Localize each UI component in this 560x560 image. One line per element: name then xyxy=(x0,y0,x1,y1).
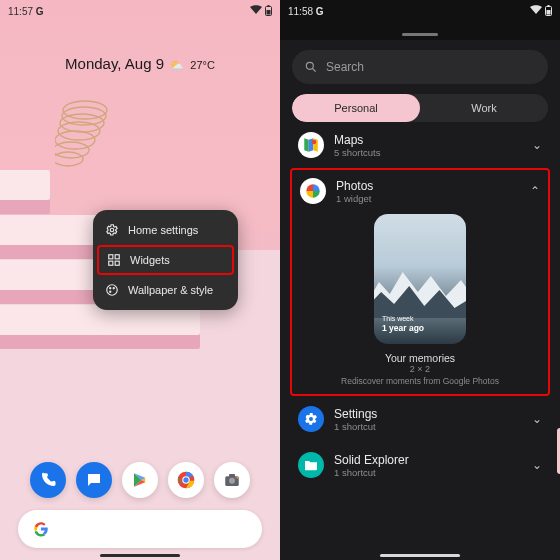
tab-personal[interactable]: Personal xyxy=(292,94,420,122)
svg-point-33 xyxy=(306,62,313,69)
dock-camera[interactable] xyxy=(214,462,250,498)
app-row-solid-explorer[interactable]: Solid Explorer1 shortcut ⌄ xyxy=(292,442,548,488)
gear-icon xyxy=(105,223,119,237)
app-row-maps[interactable]: Maps5 shortcuts ⌄ xyxy=(292,122,548,168)
photos-icon xyxy=(300,178,326,204)
status-bar: 11:57 G xyxy=(0,0,280,22)
status-bar: 11:58 G xyxy=(280,0,560,22)
status-time: 11:57 xyxy=(8,6,33,17)
svg-point-21 xyxy=(183,477,188,482)
battery-icon xyxy=(265,5,272,18)
drag-handle-icon xyxy=(402,33,438,36)
svg-rect-8 xyxy=(268,5,270,7)
widget-description: Rediscover moments from Google Photos xyxy=(298,376,542,386)
wallpaper-slinky xyxy=(55,95,115,175)
menu-wallpaper-style[interactable]: Wallpaper & style xyxy=(93,275,238,305)
chevron-up-icon: ⌃ xyxy=(530,184,540,198)
maps-icon xyxy=(298,132,324,158)
svg-rect-9 xyxy=(267,10,271,15)
at-a-glance-widget[interactable]: Monday, Aug 9 ⛅ 27°C xyxy=(0,55,280,72)
wifi-icon xyxy=(530,5,542,17)
profile-segmented-control: Personal Work xyxy=(292,94,548,122)
chevron-down-icon: ⌄ xyxy=(532,412,542,426)
menu-widgets[interactable]: Widgets xyxy=(97,245,234,275)
gesture-handle[interactable] xyxy=(380,554,460,557)
tab-work[interactable]: Work xyxy=(420,94,548,122)
google-logo-icon xyxy=(32,520,50,538)
svg-rect-31 xyxy=(548,5,550,7)
memories-widget-preview[interactable]: This week1 year ago xyxy=(374,214,466,344)
google-icon: G xyxy=(36,6,44,17)
svg-rect-12 xyxy=(115,255,119,259)
google-search-bar[interactable] xyxy=(18,510,262,548)
status-time: 11:58 xyxy=(288,6,313,17)
svg-rect-24 xyxy=(229,474,235,477)
svg-rect-14 xyxy=(115,261,119,265)
svg-point-29 xyxy=(237,477,239,479)
app-row-photos[interactable]: Photos1 widget ⌃ xyxy=(298,174,542,208)
svg-point-10 xyxy=(110,228,114,232)
chevron-down-icon: ⌄ xyxy=(532,458,542,472)
svg-rect-11 xyxy=(109,255,113,259)
wifi-icon xyxy=(250,5,262,17)
settings-icon xyxy=(298,406,324,432)
solid-explorer-icon xyxy=(298,452,324,478)
dock-chrome[interactable] xyxy=(168,462,204,498)
dock-play-store[interactable] xyxy=(122,462,158,498)
svg-point-28 xyxy=(235,477,237,479)
svg-line-34 xyxy=(313,69,316,72)
home-context-menu: Home settings Widgets Wallpaper & style xyxy=(93,210,238,310)
palette-icon xyxy=(105,283,119,297)
app-row-settings[interactable]: Settings1 shortcut ⌄ xyxy=(292,396,548,442)
google-icon: G xyxy=(316,6,324,17)
widget-title: Your memories xyxy=(298,352,542,364)
weather-temp: 27°C xyxy=(190,59,215,71)
svg-point-5 xyxy=(55,142,89,158)
mountain-image xyxy=(374,264,466,318)
menu-home-settings[interactable]: Home settings xyxy=(93,215,238,245)
svg-rect-13 xyxy=(109,261,113,265)
svg-rect-32 xyxy=(547,10,551,15)
widget-picker: 11:58 G Search Personal Work Maps5 short… xyxy=(280,0,560,560)
svg-point-6 xyxy=(55,152,83,166)
svg-point-35 xyxy=(312,140,317,145)
gesture-handle[interactable] xyxy=(100,554,180,557)
chevron-down-icon: ⌄ xyxy=(532,138,542,152)
search-icon xyxy=(304,60,318,74)
svg-point-23 xyxy=(229,478,235,484)
photos-widget-section-highlight: Photos1 widget ⌃ This week1 year ago You… xyxy=(290,168,550,396)
svg-point-16 xyxy=(110,288,111,289)
dock-messages[interactable] xyxy=(76,462,112,498)
weather-icon: ⛅ xyxy=(170,59,184,71)
svg-point-18 xyxy=(110,291,111,292)
battery-icon xyxy=(545,5,552,18)
svg-point-17 xyxy=(113,288,114,289)
widget-search-input[interactable]: Search xyxy=(292,50,548,84)
home-screen[interactable]: 11:57 G Monday, Aug 9 ⛅ 27°C Home settin… xyxy=(0,0,280,560)
dock-phone[interactable] xyxy=(30,462,66,498)
widget-dimensions: 2 × 2 xyxy=(298,364,542,374)
dock xyxy=(0,462,280,498)
svg-point-15 xyxy=(107,285,118,296)
widgets-icon xyxy=(107,253,121,267)
